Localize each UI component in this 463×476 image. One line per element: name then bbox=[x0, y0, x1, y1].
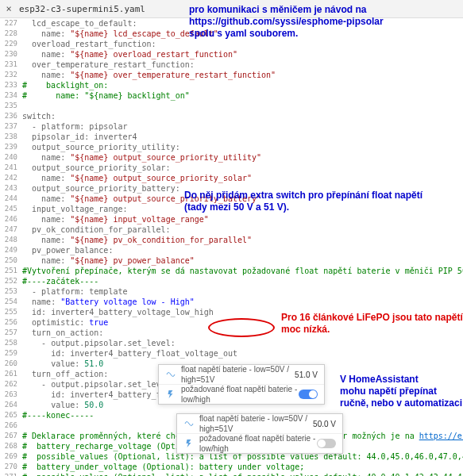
sine-icon bbox=[165, 369, 176, 380]
close-icon[interactable]: × bbox=[3, 4, 14, 14]
switch-row: požadované float napětí baterie - low/hi… bbox=[159, 385, 324, 404]
annotation-top: pro komunikaci s měničem je návod na htt… bbox=[189, 4, 384, 40]
red-oval-annotation bbox=[208, 318, 275, 337]
flash-icon bbox=[165, 389, 176, 400]
switch-row: požadované float napětí baterie - low/hi… bbox=[177, 434, 342, 453]
ha-card-1: float napětí baterie - low=50V / high=51… bbox=[158, 364, 325, 405]
sensor-label: float napětí baterie - low=50V / high=51… bbox=[181, 364, 295, 385]
annotation-red: Pro 16 článkové LiFePO jsou tato napětí … bbox=[281, 312, 463, 336]
switch-label: požadované float napětí baterie - low/hi… bbox=[199, 433, 317, 454]
sensor-value: 51.0 V bbox=[295, 370, 318, 380]
sensor-label: float napětí baterie - low=50V / high=51… bbox=[199, 413, 313, 434]
flash-icon bbox=[183, 438, 195, 449]
sensor-row: float napětí baterie - low=50V / high=51… bbox=[159, 365, 324, 385]
toggle-off[interactable] bbox=[317, 439, 336, 448]
sine-icon bbox=[183, 418, 195, 429]
sensor-row: float napětí baterie - low=50V / high=51… bbox=[177, 414, 342, 434]
code-editor[interactable]: 2272282292302312322332342352362372382392… bbox=[0, 18, 463, 476]
line-gutter: 2272282292302312322332342352362372382392… bbox=[0, 18, 21, 476]
tab-title[interactable]: esp32-c3-supermini5.yaml bbox=[19, 4, 145, 14]
sensor-value: 50.0 V bbox=[313, 419, 336, 429]
toggle-on[interactable] bbox=[299, 390, 318, 399]
annotation-mid: Do něj přidám extra switch pro přepínání… bbox=[184, 190, 422, 213]
annotation-side: V HomeAssistant mohu napětí přepínat ruč… bbox=[340, 374, 462, 409]
switch-label: požadované float napětí baterie - low/hi… bbox=[181, 384, 299, 405]
ha-card-2: float napětí baterie - low=50V / high=51… bbox=[176, 413, 343, 454]
